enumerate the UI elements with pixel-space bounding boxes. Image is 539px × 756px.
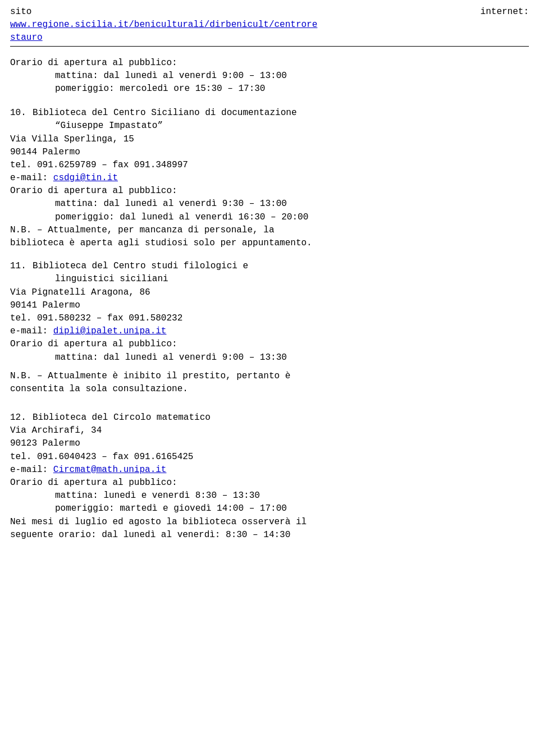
section-12-tel: tel. 091.6040423 – fax 091.6165425 (10, 451, 529, 464)
section-10-subtitle: “Giuseppe Impastato” (10, 120, 529, 132)
section-11-title-line: 11. Biblioteca del Centro studi filologi… (10, 260, 529, 273)
section-11-title: Biblioteca del Centro studi filologici e (33, 260, 248, 273)
section-11: 11. Biblioteca del Centro studi filologi… (10, 260, 529, 396)
section-12-cap: 90123 Palermo (10, 437, 529, 450)
section-12-number: 12. (10, 411, 33, 424)
section-10-nb2: biblioteca è aperta agli studiosi solo p… (10, 237, 529, 250)
section-12-pomeriggio: pomeriggio: martedì e giovedì 14:00 – 17… (10, 502, 529, 515)
orario-pomeriggio: pomeriggio: mercoledì ore 15:30 – 17:30 (10, 83, 529, 95)
section-10-mattina: mattina: dal lunedì al venerdì 9:30 – 13… (10, 198, 529, 210)
section-12-email-link[interactable]: Circmat@math.unipa.it (53, 465, 167, 475)
section-11-number: 11. (10, 260, 33, 273)
section-10: 10. Biblioteca del Centro Siciliano di d… (10, 107, 529, 250)
section-11-email-label: e-mail: (10, 326, 53, 336)
section-12-nota2: seguente orario: dal lunedì al venerdì: … (10, 529, 529, 542)
section-12-via: Via Archirafi, 34 (10, 424, 529, 437)
section-12-title-line: 12. Biblioteca del Circolo matematico (10, 411, 529, 424)
section-11-mattina: mattina: dal lunedì al venerdì 9:00 – 13… (10, 351, 529, 364)
header-block: sito internet: www.regione.sicilia.it/be… (10, 6, 529, 47)
section-11-via: Via Pignatelli Aragona, 86 (10, 286, 529, 299)
section-11-email-line: e-mail: dipli@ipalet.unipa.it (10, 325, 529, 338)
section-11-nb2: consentita la sola consultazione. (10, 383, 529, 396)
section-12-orario-label: Orario di apertura al pubblico: (10, 476, 529, 489)
orario-intro-label: Orario di apertura al pubblico: (10, 57, 529, 70)
section-10-title-line: 10. Biblioteca del Centro Siciliano di d… (10, 107, 529, 120)
section-12-email-line: e-mail: Circmat@math.unipa.it (10, 464, 529, 476)
section-12-nota: Nei mesi di luglio ed agosto la bibliote… (10, 516, 529, 529)
main-link[interactable]: www.regione.sicilia.it/beniculturali/dir… (10, 20, 317, 43)
internet-label: internet: (481, 6, 529, 19)
section-10-orario-label: Orario di apertura al pubblico: (10, 185, 529, 198)
section-10-email-line: e-mail: csdgi@tin.it (10, 172, 529, 185)
section-11-tel: tel. 091.580232 – fax 091.580232 (10, 312, 529, 325)
section-10-email-link[interactable]: csdgi@tin.it (53, 173, 118, 183)
orario-intro-block: Orario di apertura al pubblico: mattina:… (10, 57, 529, 96)
header-line: sito internet: (10, 6, 529, 19)
section-10-pomeriggio: pomeriggio: dal lunedì al venerdì 16:30 … (10, 211, 529, 224)
section-11-cap: 90141 Palermo (10, 299, 529, 312)
section-10-title: Biblioteca del Centro Siciliano di docum… (33, 107, 296, 120)
section-11-subtitle: linguistici siciliani (10, 273, 529, 286)
section-10-email-label: e-mail: (10, 173, 53, 183)
page-content: sito internet: www.regione.sicilia.it/be… (10, 6, 529, 542)
section-10-tel: tel. 091.6259789 – fax 091.348997 (10, 159, 529, 172)
section-10-number: 10. (10, 107, 33, 120)
section-11-email-link[interactable]: dipli@ipalet.unipa.it (53, 326, 167, 336)
section-11-orario-label: Orario di apertura al pubblico: (10, 338, 529, 351)
sito-label: sito (10, 6, 31, 19)
section-10-nb: N.B. – Attualmente, per mancanza di pers… (10, 224, 529, 237)
orario-mattina: mattina: dal lunedì al venerdì 9:00 – 13… (10, 70, 529, 83)
section-12-title: Biblioteca del Circolo matematico (33, 411, 211, 424)
section-11-nb: N.B. – Attualmente è inibito il prestito… (10, 370, 529, 383)
section-10-via: Via Villa Sperlinga, 15 (10, 133, 529, 146)
section-12-email-label: e-mail: (10, 465, 53, 475)
section-12: 12. Biblioteca del Circolo matematico Vi… (10, 411, 529, 542)
section-10-cap: 90144 Palermo (10, 146, 529, 159)
section-12-mattina: mattina: lunedì e venerdì 8:30 – 13:30 (10, 489, 529, 502)
link-line: www.regione.sicilia.it/beniculturali/dir… (10, 19, 529, 44)
